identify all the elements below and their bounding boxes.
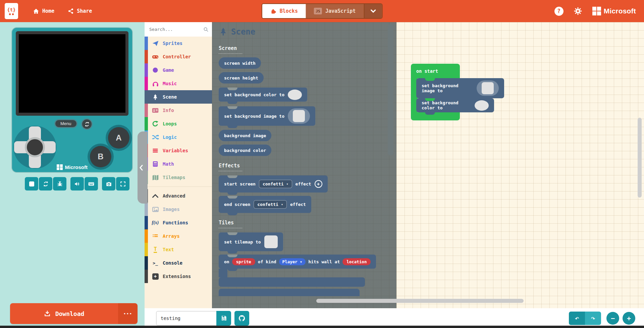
sound-button[interactable] — [70, 177, 84, 190]
blocks-tab-label: Blocks — [280, 8, 298, 14]
search-input[interactable] — [145, 27, 212, 32]
category-label: Arrays — [163, 233, 180, 239]
color-value-hole[interactable] — [475, 100, 489, 111]
headphones-icon — [151, 80, 160, 87]
effect-dropdown[interactable]: confetti ▾ — [254, 200, 287, 209]
download-more-button[interactable]: ••• — [118, 303, 138, 324]
microsoft-wordmark: Microsoft — [604, 7, 636, 15]
flyout-scrollbar[interactable] — [388, 24, 393, 156]
workspace-vertical-scrollbar[interactable] — [638, 118, 642, 198]
debug-button[interactable] — [53, 177, 66, 190]
toolbox-collapse-handle[interactable] — [138, 131, 148, 204]
console-brand: Microsoft — [12, 164, 132, 170]
settings-button[interactable] — [574, 7, 582, 15]
block-set-background-color[interactable]: set background color to — [219, 88, 307, 102]
save-button[interactable] — [216, 311, 231, 326]
toolbox-category-functions[interactable]: f(x) Functions — [145, 216, 212, 229]
download-icon — [44, 310, 51, 317]
block-screen-height[interactable]: screen height — [219, 72, 264, 84]
toolbox-category-math[interactable]: Math — [145, 157, 212, 171]
tilemap-value-hole[interactable] — [264, 235, 278, 248]
block-workspace[interactable]: on start set background image to set bac… — [396, 22, 644, 308]
dpad[interactable] — [13, 126, 56, 169]
reset-icon — [84, 121, 90, 127]
toolbox-category-images[interactable]: Images — [145, 203, 212, 216]
partially-visible-block[interactable] — [219, 289, 360, 296]
expand-plus-icon[interactable]: + — [315, 180, 322, 188]
share-button[interactable]: Share — [68, 8, 92, 14]
image-value-hole[interactable] — [477, 80, 499, 96]
sim-menu-button[interactable]: Menu — [54, 119, 77, 128]
calculator-icon — [151, 161, 160, 167]
toolbox-search — [145, 22, 212, 37]
section-screen: Screen — [219, 45, 396, 54]
category-label: Game — [163, 67, 174, 73]
color-value-hole[interactable] — [288, 90, 302, 100]
project-name-input[interactable] — [156, 311, 216, 326]
toolbox-category-arrays[interactable]: Arrays — [145, 229, 212, 243]
tab-blocks[interactable]: Blocks — [262, 4, 306, 18]
sprite-variable-pill[interactable]: sprite — [232, 258, 255, 265]
restart-button[interactable] — [39, 177, 52, 190]
github-button[interactable] — [234, 311, 249, 326]
editor-dropdown-button[interactable] — [364, 4, 382, 18]
download-button[interactable]: Download — [10, 303, 118, 324]
block-end-screen-effect[interactable]: end screen confetti ▾ effect — [219, 196, 311, 213]
block-start-screen-effect[interactable]: start screen confetti ▾ effect + — [219, 175, 328, 193]
block-set-background-image[interactable]: set background image to — [219, 106, 315, 126]
zoom-in-button[interactable]: + — [623, 312, 635, 325]
help-button[interactable]: ? — [554, 7, 564, 16]
download-split-button: Download ••• — [10, 303, 138, 324]
arcade-logo[interactable]: {t} — [5, 3, 18, 19]
category-color-strip — [145, 216, 148, 229]
block-on-sprite-hits-wall[interactable]: on sprite of kind Player ▾ hits wall at … — [219, 255, 376, 269]
toolbox-category-game[interactable]: Game — [145, 63, 212, 77]
home-button[interactable]: Home — [33, 8, 54, 14]
block-background-color[interactable]: background color — [219, 145, 271, 156]
function-icon: f(x) — [151, 220, 160, 225]
game-screen[interactable] — [16, 31, 128, 116]
stop-button[interactable] — [25, 177, 38, 190]
a-button[interactable]: A — [108, 127, 129, 149]
image-value-hole[interactable] — [288, 108, 310, 124]
toolbox-category-sprites[interactable]: Sprites — [145, 37, 212, 50]
toolbox-category-extensions[interactable]: + Extensions — [145, 270, 212, 283]
on-start-block-group[interactable]: on start set background image to set bac… — [411, 64, 460, 120]
tab-javascript[interactable]: JS JavaScript — [306, 4, 364, 18]
effect-dropdown[interactable]: confetti ▾ — [259, 180, 292, 188]
block-screen-width[interactable]: screen width — [219, 57, 261, 69]
toolbox-category-controller[interactable]: Controller — [145, 50, 212, 63]
on-start-block[interactable]: on start — [411, 64, 460, 78]
location-variable-pill[interactable]: location — [342, 258, 371, 265]
block-background-image[interactable]: background image — [219, 130, 271, 141]
zoom-out-button[interactable]: − — [606, 312, 619, 325]
redo-button[interactable]: ↷ — [585, 312, 601, 325]
toolbox-category-advanced[interactable]: Advanced — [145, 189, 212, 203]
keyboard-button[interactable] — [85, 177, 98, 190]
toolbox-category-text[interactable]: T Text — [145, 243, 212, 256]
section-effects: Effects — [219, 163, 396, 171]
sprite-kind-dropdown[interactable]: Player ▾ — [279, 258, 306, 265]
block-set-tilemap[interactable]: set tilemap to — [219, 232, 283, 251]
undo-button[interactable]: ↶ — [569, 312, 585, 325]
toolbox-category-tilemaps[interactable]: Tilemaps — [145, 171, 212, 184]
block-set-background-color[interactable]: set background color to — [416, 98, 494, 112]
category-label: Text — [163, 247, 174, 252]
gamepad-icon — [151, 53, 160, 60]
toolbox-category-music[interactable]: Music — [145, 77, 212, 90]
toolbox-category-console[interactable]: >_ Console — [145, 256, 212, 270]
fullscreen-button[interactable] — [116, 177, 129, 190]
toolbox-category-loops[interactable]: Loops — [145, 117, 212, 130]
microsoft-logo[interactable]: Microsoft — [592, 7, 636, 15]
screenshot-button[interactable] — [102, 177, 115, 190]
toolbox-category-variables[interactable]: Variables — [145, 144, 212, 157]
block-flyout: Scene Screen screen width screen height … — [212, 22, 396, 308]
toolbox-category-info[interactable]: Info — [145, 104, 212, 117]
map-icon — [151, 174, 160, 181]
dpad-center[interactable] — [25, 137, 45, 157]
toolbox-category-logic[interactable]: Logic — [145, 130, 212, 144]
workspace-horizontal-scrollbar[interactable] — [316, 299, 524, 303]
block-set-background-image[interactable]: set background image to — [416, 78, 504, 98]
sim-reset-button[interactable] — [81, 118, 93, 130]
toolbox-category-scene[interactable]: Scene — [145, 90, 212, 104]
